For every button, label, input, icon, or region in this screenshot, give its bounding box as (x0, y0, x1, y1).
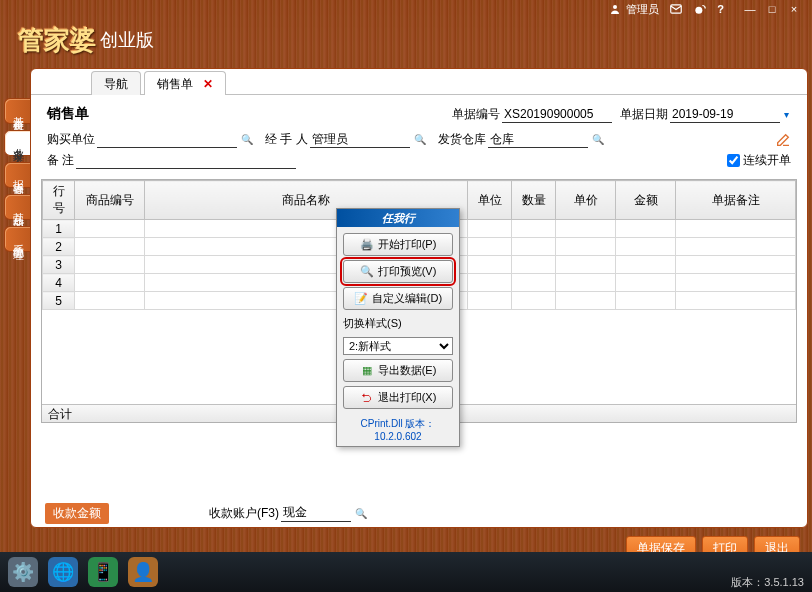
remark-label: 备 注 (47, 152, 74, 169)
taskbar-icon-3[interactable]: 📱 (88, 557, 118, 587)
mail-icon[interactable] (669, 2, 683, 16)
preview-icon: 🔍 (360, 265, 374, 279)
doc-date-label: 单据日期 (620, 106, 668, 123)
taskbar-icon-2[interactable]: 🌐 (48, 557, 78, 587)
help-button[interactable]: ? (717, 3, 724, 15)
user-menu[interactable]: 管理员 (608, 2, 659, 17)
taskbar-icon-1[interactable]: ⚙️ (8, 557, 38, 587)
handler-lookup-icon[interactable]: 🔍 (412, 134, 428, 145)
svg-point-2 (696, 7, 703, 14)
buyer-label: 购买单位 (47, 131, 95, 148)
export-data-button[interactable]: ▦ 导出数据(E) (343, 359, 453, 382)
edit-icon[interactable] (775, 132, 791, 148)
col-amount: 金额 (616, 181, 676, 220)
version-label: 版本：3.5.1.13 (731, 575, 804, 590)
col-row-no: 行号 (43, 181, 75, 220)
handler-label: 经 手 人 (265, 131, 308, 148)
tab-navigation[interactable]: 导航 (91, 71, 141, 95)
excel-icon: ▦ (360, 364, 374, 378)
doc-no-label: 单据编号 (452, 106, 500, 123)
sidetab-other-functions[interactable]: 其它功能 (4, 194, 30, 220)
col-product-code: 商品编号 (75, 181, 145, 220)
sidetab-report-query[interactable]: 报表查询 (4, 162, 30, 188)
page-title: 销售单 (47, 105, 89, 123)
taskbar-icon-4[interactable]: 👤 (128, 557, 158, 587)
doc-date-input[interactable] (670, 106, 780, 123)
tab-sales-order[interactable]: 销售单 ✕ (144, 71, 225, 95)
app-logo: 管家婆 创业版 (0, 16, 812, 64)
receive-account-label: 收款账户(F3) (209, 505, 279, 522)
close-button[interactable]: × (786, 3, 802, 15)
col-unit: 单位 (468, 181, 512, 220)
warehouse-label: 发货仓库 (438, 131, 486, 148)
col-qty: 数量 (512, 181, 556, 220)
user-label: 管理员 (626, 2, 659, 17)
print-dialog: 任我行 🖨️ 开始打印(P) 🔍 打印预览(V) 📝 自定义编辑(D) 切换样式… (336, 208, 460, 447)
exit-print-button[interactable]: ⮌ 退出打印(X) (343, 386, 453, 409)
sidetab-business-entry[interactable]: 业务录入 (4, 130, 30, 156)
printer-icon: 🖨️ (360, 238, 374, 252)
receive-account-input[interactable] (281, 505, 351, 522)
sidetab-system-manage[interactable]: 系统管理 (4, 226, 30, 252)
continuous-checkbox[interactable]: 连续开单 (727, 152, 791, 169)
tab-close-icon[interactable]: ✕ (203, 77, 213, 91)
handler-input[interactable] (310, 131, 410, 148)
remark-input[interactable] (76, 152, 296, 169)
start-print-button[interactable]: 🖨️ 开始打印(P) (343, 233, 453, 256)
minimize-button[interactable]: — (742, 3, 758, 15)
buyer-input[interactable] (97, 131, 237, 148)
buyer-lookup-icon[interactable]: 🔍 (239, 134, 255, 145)
print-dialog-banner: 任我行 (337, 209, 459, 227)
user-icon (608, 2, 622, 16)
date-dropdown-icon[interactable]: ▾ (782, 109, 791, 120)
print-dll-version: CPrint.Dll 版本：10.2.0.602 (337, 415, 459, 446)
print-preview-button[interactable]: 🔍 打印预览(V) (343, 260, 453, 283)
style-select[interactable]: 2:新样式 (343, 337, 453, 355)
warehouse-input[interactable] (488, 131, 588, 148)
col-line-remark: 单据备注 (676, 181, 796, 220)
svg-point-0 (613, 5, 617, 9)
col-price: 单价 (556, 181, 616, 220)
receive-account-lookup-icon[interactable]: 🔍 (353, 508, 369, 519)
doc-no-input[interactable] (502, 106, 612, 123)
exit-icon: ⮌ (360, 391, 374, 405)
custom-edit-button[interactable]: 📝 自定义编辑(D) (343, 287, 453, 310)
warehouse-lookup-icon[interactable]: 🔍 (590, 134, 606, 145)
maximize-button[interactable]: □ (764, 3, 780, 15)
receive-amount-label: 收款金额 (45, 503, 109, 524)
switch-style-label: 切换样式(S) (343, 314, 453, 333)
taskbar: ⚙️ 🌐 📱 👤 版本：3.5.1.13 (0, 552, 812, 592)
edit-template-icon: 📝 (354, 292, 368, 306)
sidetab-basic-data[interactable]: 基本资料 (4, 98, 30, 124)
weibo-icon[interactable] (693, 2, 707, 16)
